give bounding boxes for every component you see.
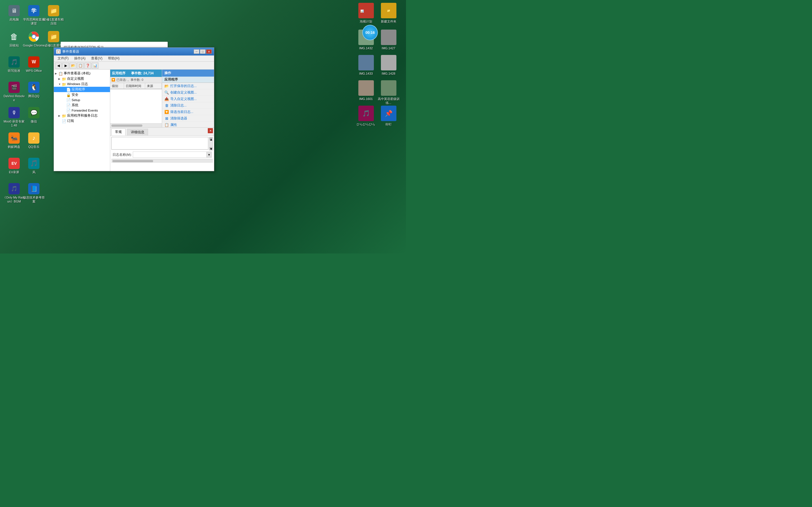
tree-windows-log[interactable]: ▼ 📁 Windows 日志 bbox=[54, 81, 110, 87]
tree-subscription-label: 订阅 bbox=[67, 119, 74, 123]
minimize-button[interactable]: ─ bbox=[194, 49, 199, 54]
detail-textarea[interactable] bbox=[111, 137, 208, 150]
selected-log-name: 应用程序 bbox=[112, 71, 125, 76]
tab-general[interactable]: 常规 bbox=[111, 128, 125, 135]
tree-subscription[interactable]: 📄 订阅 bbox=[54, 118, 110, 124]
ops-properties[interactable]: 📋 属性 bbox=[162, 122, 214, 127]
study-icon: 学 bbox=[28, 5, 40, 16]
properties-label: 属性 bbox=[170, 123, 177, 127]
desktop-icon-ev[interactable]: EV EV录屏 bbox=[3, 158, 26, 174]
maximize-button[interactable]: □ bbox=[200, 49, 206, 54]
tree-application[interactable]: 📄 应用程序 bbox=[54, 87, 110, 92]
ev-label: EV录屏 bbox=[9, 170, 19, 174]
desktop-icon-img1433[interactable]: IMG.1433 bbox=[355, 55, 377, 75]
windows-log-icon: 📁 bbox=[62, 82, 66, 86]
logname-input[interactable] bbox=[133, 152, 207, 158]
ops-section: 应用程序 bbox=[162, 76, 214, 83]
application-icon: 📄 bbox=[66, 88, 71, 92]
tree-custom-views[interactable]: ▶ 📁 自定义视图 bbox=[54, 76, 110, 81]
setup-icon: 📄 bbox=[66, 98, 71, 102]
chrome-label: Google Chrome bbox=[23, 43, 45, 47]
desktop-icon-chrome[interactable]: Google Chrome bbox=[22, 31, 45, 47]
desktop-icon-img1427[interactable]: IMG.1427 bbox=[377, 30, 400, 50]
hscroll-thumb[interactable] bbox=[111, 124, 142, 127]
desktop-icon-davinci[interactable]: 🎬 DaVinci Resolve bbox=[3, 82, 26, 102]
scrollbar-up-arrow[interactable]: ▲ bbox=[209, 137, 212, 140]
close-button[interactable]: ✕ bbox=[206, 49, 212, 54]
col-level: 级别 bbox=[110, 83, 124, 89]
desktop-icon-hiragana[interactable]: 🎵 ひらひらひら bbox=[355, 106, 377, 126]
ops-clear-filter[interactable]: ⊠ 清除筛选器 bbox=[162, 115, 214, 122]
desktop-icon-listen[interactable]: 🎵 听写批准 bbox=[3, 56, 26, 73]
ev-header-bar: 应用程序 事件数: 24,734 bbox=[110, 69, 162, 77]
ops-filter-current[interactable]: 🔽 筛选当前日志... bbox=[162, 109, 214, 115]
toolbar-forward[interactable]: ▶ bbox=[62, 62, 69, 69]
tree-setup-label: Setup bbox=[71, 98, 80, 102]
desktop-icon-study[interactable]: 学 学而思网校直播课堂 bbox=[22, 5, 45, 25]
detail-text-area-wrapper: ▲ ▼ bbox=[111, 137, 213, 151]
desktop-icon-moo0[interactable]: 🎙 Moo0 录音专家 1.48 bbox=[3, 107, 26, 128]
desktop-icon-wind[interactable]: 🎵 风 bbox=[22, 158, 45, 174]
tree-app-service-log[interactable]: ▶ 📁 应用程序和服务日志 bbox=[54, 113, 110, 118]
detail-hscroll-thumb[interactable] bbox=[112, 160, 153, 162]
img1601-thumb bbox=[358, 80, 374, 96]
desktop-icon-highschool[interactable]: 高中英语星级训练... bbox=[377, 80, 400, 105]
logname-dropdown-arrow[interactable]: ▼ bbox=[207, 152, 212, 158]
desktop-icon-img1601[interactable]: IMG.1601 bbox=[355, 80, 377, 101]
toolbar-back[interactable]: ◀ bbox=[55, 62, 62, 69]
ops-clear-log[interactable]: 🗑 清除日志... bbox=[162, 102, 214, 109]
col-source: 来源 bbox=[145, 83, 162, 89]
desktop-icon-ant[interactable]: 🐜 蚂蚁网盘 bbox=[3, 132, 26, 149]
newfolder-label: 新建文件夹 bbox=[381, 19, 396, 23]
my-computer-icon: 🖥 bbox=[8, 5, 20, 16]
desktop-icon-wps[interactable]: W WPS Office bbox=[22, 56, 45, 73]
toolbar-show-hide[interactable]: 📂 bbox=[70, 62, 77, 69]
desktop-icon-qqmusic[interactable]: ♪ QQ音乐 bbox=[22, 132, 45, 149]
tree-root[interactable]: ▶ 📋 事件查看器 (本机) bbox=[54, 71, 110, 76]
desktop-icon-bgm[interactable]: 🎵 《Only My Railgun》BGM bbox=[3, 183, 26, 204]
infotech-icon: 📘 bbox=[28, 183, 40, 194]
desktop-icon-my-computer[interactable]: 🖥 此电脑 bbox=[3, 5, 26, 21]
clock-time: 00:16 bbox=[365, 31, 375, 35]
toolbar-properties[interactable]: 📋 bbox=[77, 62, 84, 69]
open-log-icon: 📂 bbox=[164, 83, 169, 88]
qq-label: 腾讯QQ bbox=[28, 94, 39, 98]
menu-file[interactable]: 文件(F) bbox=[55, 55, 71, 62]
menu-view[interactable]: 查看(V) bbox=[89, 55, 105, 62]
tree-setup[interactable]: 📄 Setup bbox=[54, 98, 110, 103]
tree-system[interactable]: 📄 系统 bbox=[54, 103, 110, 108]
scrollbar-down-arrow[interactable]: ▼ bbox=[209, 147, 212, 150]
detail-hscroll[interactable] bbox=[111, 159, 213, 163]
filter-current-label: 筛选当前日志... bbox=[170, 110, 193, 114]
ops-import-view[interactable]: 📥 导入自定义视图... bbox=[162, 96, 214, 102]
ops-create-custom-view[interactable]: 🔍 创建自定义视图... bbox=[162, 89, 214, 96]
menu-action[interactable]: 操作(A) bbox=[71, 55, 88, 62]
desktop-icon-infotech[interactable]: 📘 信息技术参考答案 bbox=[22, 183, 45, 204]
tree-security-label: 安全 bbox=[71, 93, 79, 97]
desktop-icon-img1428[interactable]: IMG.1428 bbox=[377, 55, 400, 75]
menu-help[interactable]: 帮助(H) bbox=[105, 55, 122, 62]
desktop-icon-required[interactable]: 📁 必修1直通车精压组 bbox=[42, 5, 65, 25]
tab-detail[interactable]: 详细信息 bbox=[127, 129, 148, 135]
ops-open-saved-log[interactable]: 📂 打开保存的日志... bbox=[162, 83, 214, 89]
ev-table-header: 级别 日期和时间 来源 bbox=[110, 83, 162, 89]
toolbar-help[interactable]: ❓ bbox=[84, 62, 91, 69]
desktop-icon-wechat[interactable]: 💬 微信 bbox=[22, 107, 45, 123]
detail-scrollbar[interactable]: ▲ ▼ bbox=[209, 137, 213, 151]
desktop-icon-plan[interactable]: 📊 泡视计划 bbox=[355, 3, 377, 23]
detail-close-button[interactable]: ✕ bbox=[208, 128, 213, 133]
desktop-icon-recycle[interactable]: 🗑 回收站 bbox=[3, 31, 26, 47]
desktop-icon-streetbell[interactable]: 📌 街钉 bbox=[377, 106, 400, 126]
img1433-thumb bbox=[358, 55, 374, 70]
toolbar-extra[interactable]: 📊 bbox=[92, 62, 98, 69]
ev-detail-panel: 常规 详细信息 ✕ ▲ ▼ bbox=[110, 127, 214, 171]
tree-security[interactable]: 🔒 安全 bbox=[54, 92, 110, 98]
tree-forwarded-events[interactable]: 📄 Forwarded Events bbox=[54, 108, 110, 113]
davinci-label: DaVinci Resolve bbox=[3, 94, 26, 102]
ev-hscroll[interactable] bbox=[110, 123, 162, 127]
recycle-icon: 🗑 bbox=[8, 31, 20, 42]
event-viewer-body: ▶ 📋 事件查看器 (本机) ▶ 📁 自定义视图 ▼ 📁 Windows 日志 bbox=[54, 69, 214, 171]
desktop-icon-qq[interactable]: 🐧 腾讯QQ bbox=[22, 82, 45, 98]
custom-views-arrow: ▶ bbox=[58, 77, 62, 80]
desktop-icon-newfolder[interactable]: 📁 新建文件夹 bbox=[377, 3, 400, 23]
